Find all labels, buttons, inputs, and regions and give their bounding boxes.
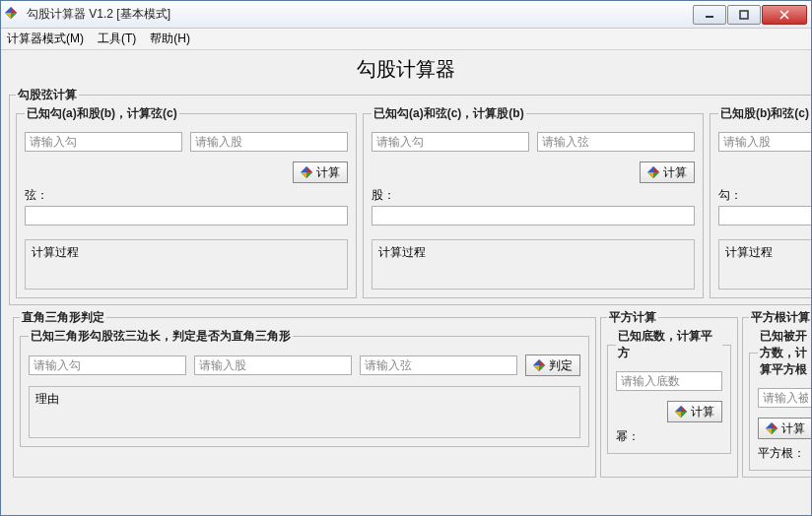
diamond-icon <box>675 406 687 418</box>
window-title: 勾股计算器 V1.2 [基本模式] <box>27 6 693 23</box>
process-label-2: 计算过程 <box>378 245 426 259</box>
input-a-2[interactable] <box>372 132 529 152</box>
panel-square: 已知底数，计算平方 计算 幂： <box>607 328 731 454</box>
result-box-2 <box>372 206 695 226</box>
group-square: 平方计算 已知底数，计算平方 计算 幂： <box>600 309 738 478</box>
titlebar: 勾股计算器 V1.2 [基本模式] <box>1 1 811 29</box>
square-input[interactable] <box>616 371 722 391</box>
tri-judge-button-label: 判定 <box>549 357 573 374</box>
menubar: 计算器模式(M) 工具(T) 帮助(H) <box>1 29 811 50</box>
tri-input-b[interactable] <box>194 355 352 375</box>
tri-input-a[interactable] <box>29 355 186 375</box>
input-a-1[interactable] <box>25 132 182 152</box>
diamond-icon <box>533 359 545 371</box>
process-label-3: 计算过程 <box>725 245 773 259</box>
diamond-icon <box>301 166 312 178</box>
panel-compute-c-legend: 已知勾(a)和股(b)，计算弦(c) <box>25 105 179 122</box>
tri-input-c[interactable] <box>360 355 517 375</box>
panel-triangle: 已知三角形勾股弦三边长，判定是否为直角三角形 判定 理由 <box>20 328 589 447</box>
app-icon <box>5 7 21 23</box>
panel-compute-a-legend: 已知股(b)和弦(c)，计算勾(a) <box>718 105 811 122</box>
app-window: 勾股计算器 V1.2 [基本模式] 计算器模式(M) 工具(T) 帮助(H) 勾… <box>0 0 812 516</box>
page-title: 勾股计算器 <box>9 54 803 87</box>
process-box-2: 计算过程 <box>372 239 695 290</box>
svg-rect-5 <box>740 11 748 19</box>
menu-mode[interactable]: 计算器模式(M) <box>7 31 84 47</box>
diamond-icon <box>647 166 659 178</box>
diamond-icon <box>766 422 778 434</box>
tri-reason-box: 理由 <box>29 386 580 438</box>
calc-button-2-label: 计算 <box>663 164 687 181</box>
group-sqrt-legend: 平方根计算 <box>749 309 811 326</box>
panel-compute-b-legend: 已知勾(a)和弦(c)，计算股(b) <box>372 105 526 122</box>
input-c-2[interactable] <box>537 132 695 152</box>
maximize-button[interactable] <box>727 5 761 25</box>
group-triangle-legend: 直角三角形判定 <box>20 309 106 326</box>
panel-sqrt: 已知被开方数，计算平方根 计算 平方根： <box>749 328 811 471</box>
tri-judge-button[interactable]: 判定 <box>525 355 580 376</box>
group-pythagoras-legend: 勾股弦计算 <box>16 87 79 103</box>
panel-compute-c: 已知勾(a)和股(b)，计算弦(c) 计算 弦： <box>16 105 357 298</box>
sqrt-input[interactable] <box>758 388 811 408</box>
calc-button-1-label: 计算 <box>316 164 340 181</box>
process-box-1: 计算过程 <box>25 239 348 290</box>
group-pythagoras: 勾股弦计算 已知勾(a)和股(b)，计算弦(c) 计算 <box>9 87 811 305</box>
calc-button-2[interactable]: 计算 <box>640 161 695 183</box>
process-label-1: 计算过程 <box>32 245 79 259</box>
result-label-1: 弦： <box>25 187 348 204</box>
panel-triangle-legend: 已知三角形勾股弦三边长，判定是否为直角三角形 <box>29 328 293 345</box>
calc-button-1[interactable]: 计算 <box>293 161 348 183</box>
result-label-3: 勾： <box>718 187 811 204</box>
result-box-3 <box>718 206 811 226</box>
maximize-icon <box>739 10 749 20</box>
result-box-1 <box>25 206 348 226</box>
result-label-2: 股： <box>372 187 695 204</box>
panel-compute-a: 已知股(b)和弦(c)，计算勾(a) 计算 勾： <box>710 105 811 298</box>
panel-compute-b: 已知勾(a)和弦(c)，计算股(b) 计算 股： <box>363 105 704 298</box>
square-calc-button-label: 计算 <box>691 404 714 420</box>
group-sqrt: 平方根计算 已知被开方数，计算平方根 计算 平方根： <box>742 309 811 478</box>
menu-help[interactable]: 帮助(H) <box>150 31 190 47</box>
close-button[interactable] <box>762 5 807 25</box>
group-triangle: 直角三角形判定 已知三角形勾股弦三边长，判定是否为直角三角形 判定 理由 <box>13 309 596 478</box>
input-b-3[interactable] <box>718 132 811 152</box>
window-controls <box>693 5 807 25</box>
sqrt-result-label: 平方根： <box>758 445 811 462</box>
menu-tools[interactable]: 工具(T) <box>98 31 136 47</box>
close-icon <box>778 10 790 20</box>
sqrt-calc-button[interactable]: 计算 <box>758 418 811 439</box>
minimize-icon <box>705 10 714 20</box>
panel-square-legend: 已知底数，计算平方 <box>616 328 722 361</box>
sqrt-calc-button-label: 计算 <box>781 420 805 437</box>
square-calc-button[interactable]: 计算 <box>667 401 722 422</box>
panel-sqrt-legend: 已知被开方数，计算平方根 <box>758 328 811 378</box>
client-area: 勾股计算器 勾股弦计算 已知勾(a)和股(b)，计算弦(c) 计算 <box>1 50 811 515</box>
process-box-3: 计算过程 <box>718 239 811 290</box>
tri-reason-label: 理由 <box>35 392 59 406</box>
square-result-label: 幂： <box>616 428 722 445</box>
group-square-legend: 平方计算 <box>607 309 658 326</box>
minimize-button[interactable] <box>693 5 726 25</box>
input-b-1[interactable] <box>190 132 348 152</box>
